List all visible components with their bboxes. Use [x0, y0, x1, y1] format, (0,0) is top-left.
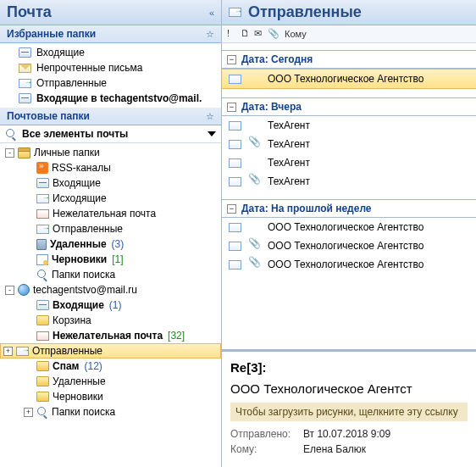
inbox-icon	[36, 300, 49, 310]
favorite-folder[interactable]: Отправленные	[0, 75, 221, 91]
column-headers[interactable]: ! 🗋 ✉ 📎 Кому	[222, 25, 476, 43]
tree-folder[interactable]: Отправленные	[0, 221, 221, 236]
chevron-up-icon[interactable]: ☆	[206, 111, 214, 122]
favorites-header[interactable]: Избранные папки ☆	[0, 25, 221, 43]
folder-label: Отправленные	[32, 345, 102, 357]
group-header[interactable]: −Дата: Вчера	[222, 97, 476, 116]
chevron-up-icon[interactable]: ☆	[206, 29, 214, 40]
tree-folder[interactable]: Удаленные	[0, 374, 221, 389]
unread-count: [32]	[168, 330, 185, 342]
message-to: ТехАгент	[268, 175, 471, 187]
tree-folder[interactable]: Исходящие	[0, 191, 221, 206]
junk-icon	[36, 331, 49, 341]
expand-icon	[24, 362, 33, 371]
tree-folder[interactable]: Корзина	[0, 313, 221, 328]
attachment-icon[interactable]: 📎	[268, 28, 280, 40]
reminder-icon[interactable]: 🗋	[241, 28, 252, 40]
expand-icon	[24, 240, 33, 249]
collapse-icon[interactable]: −	[227, 204, 236, 214]
trash-icon	[36, 239, 47, 250]
tree-folder[interactable]: +Отправленные	[0, 343, 221, 359]
expand-icon	[24, 225, 33, 234]
favorite-folder[interactable]: Входящие	[0, 45, 221, 60]
tree-folder[interactable]: Входящие	[0, 175, 221, 191]
to-column[interactable]: Кому	[285, 29, 307, 39]
message-row[interactable]: ООО Технологическое Агентство	[222, 255, 476, 274]
reading-pane: Re[3]: ООО Технологическое Агентст Чтобы…	[222, 349, 476, 467]
message-to: ООО Технологическое Агентство	[268, 221, 471, 233]
message-row[interactable]: ТехАгент	[222, 153, 476, 172]
store-icon	[18, 147, 30, 158]
message-row[interactable]: ТехАгент	[222, 116, 476, 135]
folder-label: Папки поиска	[52, 406, 115, 418]
tree-folder[interactable]: Папки поиска	[0, 267, 221, 282]
message-to: ООО Технологическое Агентство	[268, 73, 471, 85]
message-row[interactable]: ТехАгент	[222, 135, 476, 153]
unread-count: (3)	[112, 238, 125, 250]
favorite-folder[interactable]: Входящие в techagentstvo@mail.	[0, 91, 221, 106]
sent-icon	[19, 79, 31, 88]
mailfolders-header[interactable]: Почтовые папки ☆	[0, 108, 221, 125]
attachment-icon	[250, 259, 260, 270]
message-row[interactable]: ООО Технологическое Агентство	[222, 69, 476, 89]
message-icon	[229, 140, 241, 149]
sent-icon	[229, 8, 241, 17]
folder-title: Отправленные	[248, 3, 362, 21]
folder-label: Отправленные	[36, 77, 107, 89]
message-to: ТехАгент	[268, 157, 471, 169]
expand-icon	[24, 270, 33, 280]
expand-icon	[24, 331, 33, 341]
tree-folder[interactable]: RSS-каналы	[0, 160, 221, 175]
sent-icon	[16, 347, 29, 356]
message-icon	[229, 158, 241, 168]
tree-folder[interactable]: -Личные папки	[0, 145, 221, 160]
expand-icon[interactable]: -	[5, 286, 14, 295]
message-row[interactable]: ТехАгент	[222, 172, 476, 191]
globe-icon	[18, 284, 30, 296]
rss-icon	[36, 162, 48, 174]
folder-label: Отправленные	[53, 223, 123, 235]
group-header[interactable]: −Дата: На прошлой неделе	[222, 199, 476, 218]
inbox-icon	[19, 47, 31, 58]
tree-folder[interactable]: Нежелательная почта[32]	[0, 328, 221, 343]
tree-folder[interactable]: Черновики	[0, 389, 221, 404]
message-icon	[229, 260, 241, 270]
tree-folder[interactable]: Нежелательная почта	[0, 206, 221, 221]
favorite-folder[interactable]: Непрочтенные письма	[0, 60, 221, 75]
expand-icon[interactable]: +	[24, 408, 33, 417]
message-row[interactable]: ООО Технологическое Агентство	[222, 218, 476, 236]
search-icon	[36, 406, 48, 418]
collapse-icon[interactable]: −	[227, 55, 236, 64]
message-to: ООО Технологическое Агентство	[268, 240, 471, 252]
message-row[interactable]: ООО Технологическое Агентство	[222, 236, 476, 255]
expand-icon[interactable]: -	[5, 148, 14, 158]
dropdown-icon[interactable]	[208, 131, 216, 136]
tree-folder[interactable]: +Папки поиска	[0, 404, 221, 420]
expand-icon	[24, 209, 33, 219]
tree-folder[interactable]: Спам(12)	[0, 359, 221, 374]
tree-folder[interactable]: Входящие(1)	[0, 297, 221, 313]
tree-folder[interactable]: Черновики[1]	[0, 252, 221, 267]
inbox-icon	[19, 93, 31, 103]
tree-folder[interactable]: -techagentstvo@mail.ru	[0, 282, 221, 297]
read-icon[interactable]: ✉	[254, 28, 266, 40]
infobar[interactable]: Чтобы загрузить рисунки, щелкните эту сс…	[230, 403, 468, 421]
preview-subject: Re[3]:	[230, 357, 468, 378]
importance-icon[interactable]: !	[227, 28, 239, 40]
group-header[interactable]: −Дата: Сегодня	[222, 50, 476, 69]
all-mail-items[interactable]: Все элементы почты	[0, 125, 221, 143]
folder-label: Входящие	[53, 177, 101, 189]
preview-meta: Отправлено: Вт 10.07.2018 9:09 Кому: Еле…	[230, 421, 468, 462]
sent-value: Вт 10.07.2018 9:09	[303, 428, 390, 440]
expand-icon	[24, 377, 33, 386]
unread-count: (12)	[84, 360, 102, 372]
collapse-nav-icon[interactable]: «	[209, 8, 214, 18]
group-label: Дата: На прошлой неделе	[241, 203, 372, 214]
expand-icon	[24, 301, 33, 310]
collapse-icon[interactable]: −	[227, 103, 236, 112]
envelope-icon	[19, 64, 31, 73]
folder-label: Личные папки	[34, 147, 100, 158]
tree-folder[interactable]: Удаленные(3)	[0, 236, 221, 252]
all-mail-label: Все элементы почты	[22, 128, 202, 140]
expand-icon[interactable]: +	[3, 347, 13, 356]
